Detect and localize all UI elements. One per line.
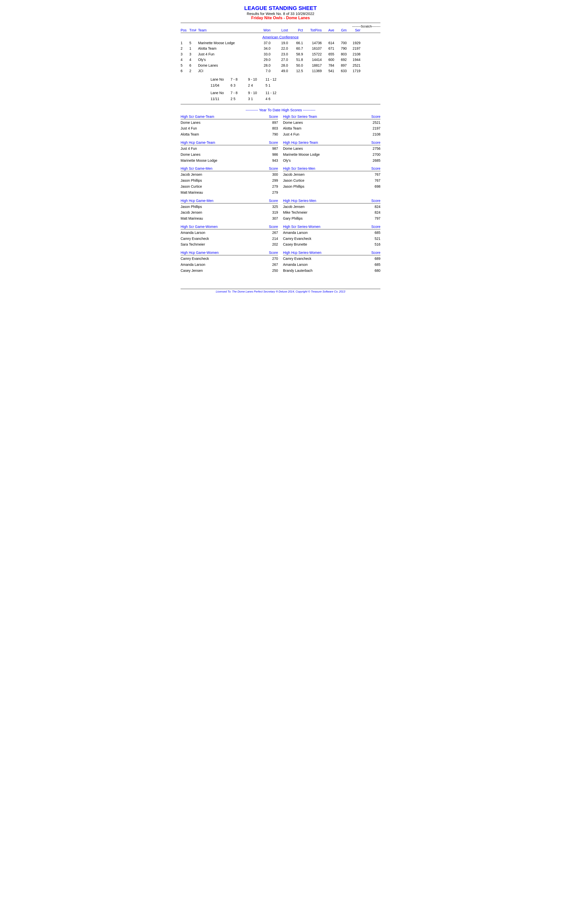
hs-entry-score: 307	[266, 216, 278, 222]
hs-entry-name: Jacob Jensen	[283, 172, 304, 178]
col-header-won: Won	[253, 28, 271, 32]
hs-entry-score: 214	[266, 236, 278, 242]
row-pct: 60.7	[288, 46, 303, 51]
hs-entry-name: Alotta Team	[283, 126, 301, 132]
lane-block: Lane No 7 - 8 9 - 10 11 - 12 11/04 6 3 2…	[211, 76, 381, 88]
hs-title-label: High Hcp Game-Women	[180, 250, 218, 255]
col-header-team: Team	[198, 28, 253, 32]
row-pct: 12.5	[288, 68, 303, 74]
footer: Licensed To: The Dome Lanes Perfect Secr…	[180, 289, 381, 293]
hs-entry-score: 279	[266, 184, 278, 190]
row-totpins: 18817	[303, 63, 322, 68]
hs-col-right: High Scr Series-MenScoreJacob Jensen767J…	[283, 166, 381, 195]
hs-title-label: High Hcp Series-Women	[283, 250, 322, 255]
list-item: Camry Evancheck214	[180, 236, 278, 242]
row-team: Marinette Moose Lodge	[198, 40, 253, 46]
row-team: Oly's	[198, 57, 253, 62]
list-item: Jacob Jensen824	[283, 204, 381, 210]
lane-910-header: 9 - 10	[248, 90, 266, 96]
hs-score-label: Score	[371, 199, 381, 202]
row-lost: 28.0	[271, 63, 288, 68]
hs-entry-score: 685	[368, 262, 381, 268]
standings-header: Pos Tm# Team Won Lost Pct TotPins Ave Gm…	[180, 28, 381, 33]
hs-title-label: High Scr Game-Team	[180, 115, 214, 118]
list-item: Casey Jensen250	[180, 268, 278, 274]
hs-entry-score: 270	[266, 256, 278, 262]
row-gm: 692	[334, 57, 347, 62]
hs-entry-score: 767	[368, 178, 381, 184]
row-pos: 1	[180, 40, 190, 46]
hs-col-left: High Hcp Game-TeamScoreJust 4 Fun987Dome…	[180, 141, 278, 164]
col-header-totpins: TotPins	[303, 28, 322, 32]
row-lost: 22.0	[271, 46, 288, 51]
hs-entry-score: 202	[266, 242, 278, 248]
list-item: Matt Marineau279	[180, 190, 278, 196]
lane-header-row: Lane No 7 - 8 9 - 10 11 - 12	[211, 90, 381, 96]
hs-col-right: High Scr Series-WomenScoreAmanda Larson6…	[283, 225, 381, 248]
lane-910-header: 9 - 10	[248, 76, 266, 82]
hs-entry-score: 2700	[368, 152, 381, 158]
league-title: Friday Nite Owls - Dome Lanes	[180, 16, 381, 20]
lane-1112-header: 11 - 12	[266, 76, 283, 82]
hs-category-title: High Scr Series-MenScore	[283, 166, 381, 171]
row-tm: 4	[190, 57, 198, 62]
row-lost: 27.0	[271, 57, 288, 62]
lane-data-row: 11/04 6 3 2 4 5 1	[211, 82, 381, 88]
hs-entry-score: 267	[266, 230, 278, 236]
row-ave: 784	[322, 63, 334, 68]
row-lost: 23.0	[271, 51, 288, 57]
hs-col-left: High Hcp Game-WomenScoreCamry Evancheck2…	[180, 250, 278, 273]
list-item: Dome Lanes897	[180, 120, 278, 126]
lane-910-val: 3 1	[248, 96, 266, 102]
row-totpins: 11369	[303, 68, 322, 74]
high-score-section: High Hcp Game-WomenScoreCamry Evancheck2…	[180, 250, 381, 273]
col-header-ser: Ser	[347, 28, 361, 32]
high-scores-container: High Scr Game-TeamScoreDome Lanes897Just…	[180, 115, 381, 274]
list-item: Marinette Moose Lodge943	[180, 158, 278, 164]
hs-entry-score: 325	[266, 204, 278, 210]
lane-date: 11/11	[211, 96, 230, 102]
scratch-label: --------Scratch--------	[352, 24, 381, 28]
list-item: Gary Phillips797	[283, 216, 381, 222]
hs-entry-score: 2685	[368, 158, 381, 164]
row-tm: 3	[190, 51, 198, 57]
hs-entry-name: Jacob Jensen	[283, 204, 304, 210]
list-item: Camry Evancheck521	[283, 236, 381, 242]
hs-category-title: High Scr Game-MenScore	[180, 166, 278, 171]
row-tm: 6	[190, 63, 198, 68]
table-row: 3 3 Just 4 Fun 33.0 23.0 58.9 15722 655 …	[180, 51, 381, 57]
hs-score-label: Score	[269, 166, 278, 171]
hs-title-label: High Scr Game-Women	[180, 225, 218, 229]
list-item: Just 4 Fun2108	[283, 132, 381, 138]
row-team: Alotta Team	[198, 46, 253, 51]
hs-entry-name: Jacob Jensen	[180, 172, 202, 178]
hs-entry-name: Jason Phillips	[180, 204, 202, 210]
hs-entry-score: 790	[266, 132, 278, 138]
row-won: 37.0	[253, 40, 271, 46]
lane-1112-header: 11 - 12	[266, 90, 283, 96]
hs-col-right: High Scr Series-TeamScoreDome Lanes2521A…	[283, 115, 381, 138]
list-item: Casey Brunette516	[283, 242, 381, 248]
hs-col-left: High Scr Game-WomenScoreAmanda Larson267…	[180, 225, 278, 248]
row-tm: 5	[190, 40, 198, 46]
list-item: Amanda Larson685	[283, 262, 381, 268]
lane-data-row: 11/11 2 5 3 1 4 6	[211, 96, 381, 102]
hs-col-right: High Hcp Series-WomenScoreCamry Evanchec…	[283, 250, 381, 273]
hs-entry-name: Dome Lanes	[283, 120, 303, 126]
row-won: 34.0	[253, 46, 271, 51]
hs-col-left: High Scr Game-TeamScoreDome Lanes897Just…	[180, 115, 278, 138]
hs-entry-name: Jason Curtice	[180, 184, 202, 190]
col-header-ave: Ave	[322, 28, 334, 32]
hs-entry-name: Camry Evancheck	[180, 236, 209, 242]
list-item: Dome Lanes2756	[283, 146, 381, 152]
hs-entry-name: Oly's	[283, 158, 291, 164]
ytd-label: ---------- Year To Date High Scores ----…	[245, 108, 316, 112]
row-pos: 3	[180, 51, 190, 57]
list-item: Jacob Jensen300	[180, 172, 278, 178]
hs-score-label: Score	[371, 225, 381, 229]
hs-category-title: High Hcp Game-MenScore	[180, 199, 278, 203]
hs-entry-name: Amanda Larson	[180, 262, 205, 268]
hs-entry-score: 943	[266, 158, 278, 164]
hs-score-label: Score	[269, 115, 278, 118]
hs-col-left: High Hcp Game-MenScoreJason Phillips325J…	[180, 199, 278, 222]
